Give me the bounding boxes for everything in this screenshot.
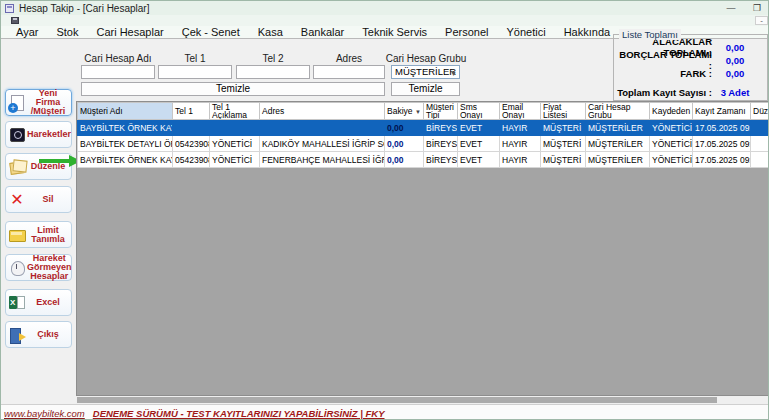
column-header-bakiye[interactable]: Bakiye▼ bbox=[385, 103, 424, 120]
sidebar-button-yeni-firma-m-teri[interactable]: Yeni Firma /Müşteri bbox=[5, 89, 72, 116]
table-cell[interactable]: HAYIR bbox=[500, 152, 541, 168]
menu-item-stok[interactable]: Stok bbox=[47, 26, 87, 38]
table-cell[interactable]: YÖNETİCİ bbox=[650, 120, 693, 136]
restore-button[interactable]: ❐ bbox=[744, 2, 769, 15]
column-header-m-teri-ad[interactable]: Müşteri Adı bbox=[78, 103, 173, 120]
menu-item-personel[interactable]: Personel bbox=[436, 26, 497, 38]
table-cell[interactable] bbox=[751, 120, 769, 136]
table-cell[interactable]: 17.05.2025 09:13:49 bbox=[693, 136, 751, 152]
sidebar-button-hareketler[interactable]: Hareketler bbox=[5, 121, 72, 148]
table-cell[interactable] bbox=[751, 152, 769, 168]
filter-input-adres[interactable] bbox=[313, 65, 385, 79]
filter-dropdown-icon[interactable]: ▼ bbox=[415, 108, 421, 116]
table-cell[interactable]: 05423908922 bbox=[173, 152, 210, 168]
cari-hesap-grubu-value: MÜŞTERİLER bbox=[395, 66, 456, 77]
column-header-adres[interactable]: Adres bbox=[260, 103, 385, 120]
menu-item-teknik-servis[interactable]: Teknik Servis bbox=[353, 26, 436, 38]
limit-icon bbox=[8, 226, 26, 244]
table-cell[interactable]: 0,00 bbox=[385, 136, 424, 152]
menu-item-bankalar[interactable]: Bankalar bbox=[292, 26, 353, 38]
column-header-d-zenleyen[interactable]: Düzenleyen bbox=[751, 103, 769, 120]
movements-icon bbox=[8, 126, 26, 144]
column-header-m-teri-tipi[interactable]: Müşteri Tipi bbox=[424, 103, 458, 120]
filter-input-tel-1[interactable] bbox=[158, 65, 232, 79]
table-cell[interactable]: YÖNETİCİ bbox=[210, 152, 260, 168]
table-cell[interactable]: 0,00 bbox=[385, 152, 424, 168]
table-cell[interactable]: EVET bbox=[458, 120, 500, 136]
column-header-cari-hesap-grubu[interactable]: Cari Hesap Grubu bbox=[586, 103, 650, 120]
mdi-child-bar: - bbox=[1, 15, 769, 26]
table-cell[interactable] bbox=[173, 120, 210, 136]
table-cell[interactable] bbox=[210, 120, 260, 136]
table-cell[interactable]: BAYBİLTEK ÖRNEK KAYIT bbox=[78, 152, 173, 168]
table-cell[interactable]: YÖNETİCİ bbox=[650, 136, 693, 152]
list-totals-groupbox: Liste Toplamı ALACAKLAR TOPLAMI :0,00BOR… bbox=[613, 34, 768, 101]
table-cell[interactable]: BİREYSEL bbox=[424, 136, 458, 152]
table-cell[interactable]: BİREYSEL bbox=[424, 152, 458, 168]
filter-input-cari-hesap-ad[interactable] bbox=[81, 65, 155, 79]
clear-filters-button[interactable]: Temizle bbox=[81, 82, 385, 96]
table-row[interactable]: BAYBİLTEK DETAYLI ÖRNEK KAYIT05423908922… bbox=[78, 136, 769, 152]
table-cell[interactable]: MÜŞTERİ bbox=[541, 120, 586, 136]
table-cell[interactable]: 0,00 bbox=[385, 120, 424, 136]
table-cell[interactable]: MÜŞTERİLER bbox=[586, 136, 650, 152]
table-row[interactable]: BAYBİLTEK ÖRNEK KAYIT05423908922YÖNETİCİ… bbox=[78, 152, 769, 168]
app-icon bbox=[5, 4, 14, 13]
menu-item-ek-senet[interactable]: Çek - Senet bbox=[173, 26, 249, 38]
column-header-email-onay[interactable]: Email Onayı bbox=[500, 103, 541, 120]
table-cell[interactable]: MÜŞTERİ bbox=[541, 152, 586, 168]
table-cell[interactable]: MÜŞTERİ bbox=[541, 136, 586, 152]
table-cell[interactable]: HAYIR bbox=[500, 120, 541, 136]
table-cell[interactable] bbox=[260, 120, 385, 136]
table-cell[interactable]: 05423908922 bbox=[173, 136, 210, 152]
menu-item-y-netici[interactable]: Yönetici bbox=[498, 26, 555, 38]
table-cell[interactable]: MÜŞTERİLER bbox=[586, 120, 650, 136]
child-minimize-button[interactable]: - bbox=[755, 16, 768, 25]
table-cell[interactable]: BAYBİLTEK DETAYLI ÖRNEK KAYIT bbox=[78, 136, 173, 152]
total-value-alacaklar-toplami: 0,00 bbox=[712, 42, 758, 53]
table-row[interactable]: BAYBİLTEK ÖRNEK KAYITI0,00BİREYSELEVETHA… bbox=[78, 120, 769, 136]
table-cell[interactable]: KADIKÖY MAHALLESİ İĞRİP SOKAK V.S bbox=[260, 136, 385, 152]
edit-icon bbox=[8, 158, 26, 176]
table-cell[interactable]: BİREYSEL bbox=[424, 120, 458, 136]
table-cell[interactable]: HAYIR bbox=[500, 136, 541, 152]
sidebar-button-excel[interactable]: Excel bbox=[5, 289, 72, 316]
table-cell[interactable]: 17.05.2025 09:23:25 bbox=[693, 152, 751, 168]
horizontal-scrollbar[interactable] bbox=[76, 396, 769, 404]
table-cell[interactable]: 17.05.2025 09:12:26 bbox=[693, 120, 751, 136]
sidebar-button-label: Yeni Firma /Müşteri bbox=[27, 89, 69, 116]
column-header-kaydeden[interactable]: Kaydeden bbox=[650, 103, 693, 120]
sidebar-button-sil[interactable]: ✕Sil bbox=[5, 186, 72, 213]
table-cell[interactable]: YÖNETİCİ bbox=[650, 152, 693, 168]
website-link[interactable]: www.baybiltek.com bbox=[4, 408, 85, 419]
sidebar-button-limit-tan-mla[interactable]: Limit Tanımla bbox=[5, 221, 72, 248]
clear-group-button[interactable]: Temizle bbox=[391, 82, 460, 96]
total-label-fark: FARK : bbox=[614, 68, 712, 79]
cari-hesap-grubu-select[interactable]: MÜŞTERİLER ▼ bbox=[391, 65, 460, 79]
column-header-tel-1-a-klama[interactable]: Tel 1 Açıklama bbox=[210, 103, 260, 120]
filter-input-tel-2[interactable] bbox=[236, 65, 310, 79]
scrollbar-thumb[interactable] bbox=[77, 397, 717, 403]
table-cell[interactable]: YÖNETİCİ bbox=[210, 136, 260, 152]
table-cell[interactable]: EVET bbox=[458, 136, 500, 152]
menu-item-hakk-nda[interactable]: Hakkında bbox=[555, 26, 619, 38]
window-title: Hesap Takip - [Cari Hesaplar] bbox=[19, 3, 149, 14]
minimize-button[interactable]: — bbox=[718, 2, 744, 15]
title-bar: Hesap Takip - [Cari Hesaplar] — ❐ bbox=[1, 1, 769, 15]
table-cell[interactable] bbox=[751, 136, 769, 152]
sidebar-button-k[interactable]: Çıkış bbox=[5, 321, 72, 348]
column-header-fiyat-listesi[interactable]: Fiyat Listesi bbox=[541, 103, 586, 120]
menu-item-kasa[interactable]: Kasa bbox=[249, 26, 292, 38]
column-header-kay-t-zaman[interactable]: Kayıt Zamanı bbox=[693, 103, 751, 120]
table-cell[interactable]: BAYBİLTEK ÖRNEK KAYITI bbox=[78, 120, 173, 136]
table-cell[interactable]: FENERBAHÇE MAHALLESİ İĞRİP SOKAK V.S bbox=[260, 152, 385, 168]
menu-item-ayar[interactable]: Ayar bbox=[7, 26, 47, 38]
sidebar-button-label: Sil bbox=[27, 195, 69, 204]
column-header-tel-1[interactable]: Tel 1 bbox=[173, 103, 210, 120]
table-cell[interactable]: EVET bbox=[458, 152, 500, 168]
table-cell[interactable]: MÜŞTERİLER bbox=[586, 152, 650, 168]
sidebar-button-hareket-g-rmeyen-hesaplar[interactable]: Hareket Görmeyen Hesaplar bbox=[5, 254, 72, 281]
filter-label-tel-1: Tel 1 bbox=[150, 53, 240, 64]
menu-item-cari-hesaplar[interactable]: Cari Hesaplar bbox=[87, 26, 172, 38]
column-header-sms-onay[interactable]: Sms Onayı bbox=[458, 103, 500, 120]
